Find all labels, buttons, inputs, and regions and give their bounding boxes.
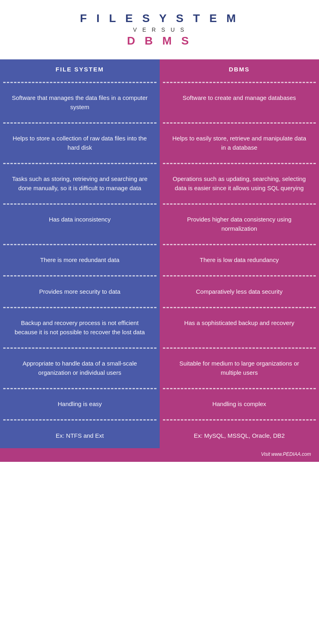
divider-row-6 (0, 304, 319, 311)
divider-row-1 (0, 120, 319, 126)
row8-left: Appropriate to handle data of a small-sc… (0, 351, 160, 385)
column-header-row: FILE SYSTEM DBMS (0, 59, 319, 79)
row10-right: Ex: MySQL, MSSQL, Oracle, DB2 (160, 423, 319, 449)
col-header-dbms: DBMS (160, 59, 319, 79)
divider-row-8 (0, 385, 319, 392)
row4-right: Provides higher data consistency using n… (160, 207, 319, 241)
divider-row-4 (0, 241, 319, 248)
row1-right: Software to create and manage databases (160, 85, 319, 120)
row9-left: Handling is easy (0, 392, 160, 417)
title-filesystem: F I L E S Y S T E M (8, 12, 311, 25)
divider-row-0 (0, 79, 319, 85)
row10-left: Ex: NTFS and Ext (0, 423, 160, 449)
table-row: Backup and recovery process is not effic… (0, 311, 319, 345)
table-row: Provides more security to data Comparati… (0, 279, 319, 305)
table-row: Software that manages the data files in … (0, 85, 319, 120)
table-row: Tasks such as storing, retrieving and se… (0, 167, 319, 201)
row3-left: Tasks such as storing, retrieving and se… (0, 167, 160, 201)
table-row: Handling is easy Handling is complex (0, 392, 319, 417)
row8-right: Suitable for medium to large organizatio… (160, 351, 319, 385)
page-container: F I L E S Y S T E M V E R S U S D B M S … (0, 0, 319, 462)
title-dbms: D B M S (8, 35, 311, 47)
row5-right: There is low data redundancy (160, 248, 319, 273)
divider-row-9 (0, 417, 319, 423)
table-row: There is more redundant data There is lo… (0, 248, 319, 273)
divider-row-7 (0, 345, 319, 351)
title-versus: V E R S U S (8, 26, 311, 33)
row9-right: Handling is complex (160, 392, 319, 417)
row7-left: Backup and recovery process is not effic… (0, 311, 160, 345)
row3-right: Operations such as updating, searching, … (160, 167, 319, 201)
comparison-table: FILE SYSTEM DBMS Software that manages t… (0, 59, 319, 448)
row2-right: Helps to easily store, retrieve and mani… (160, 126, 319, 160)
col-header-filesystem: FILE SYSTEM (0, 59, 160, 79)
divider-row-2 (0, 160, 319, 167)
divider-row-3 (0, 201, 319, 207)
row6-left: Provides more security to data (0, 279, 160, 305)
table-row: Helps to store a collection of raw data … (0, 126, 319, 160)
table-row: Appropriate to handle data of a small-sc… (0, 351, 319, 385)
divider-row-5 (0, 273, 319, 279)
row7-right: Has a sophisticated backup and recovery (160, 311, 319, 345)
row6-right: Comparatively less data security (160, 279, 319, 305)
table-row: Ex: NTFS and Ext Ex: MySQL, MSSQL, Oracl… (0, 423, 319, 449)
row2-left: Helps to store a collection of raw data … (0, 126, 160, 160)
row1-left: Software that manages the data files in … (0, 85, 160, 120)
footer-text: Visit www.PEDIAA.com (261, 451, 311, 457)
footer-section: Visit www.PEDIAA.com (0, 448, 319, 462)
row5-left: There is more redundant data (0, 248, 160, 273)
row4-left: Has data inconsistency (0, 207, 160, 241)
table-row: Has data inconsistency Provides higher d… (0, 207, 319, 241)
header-section: F I L E S Y S T E M V E R S U S D B M S (0, 0, 319, 59)
